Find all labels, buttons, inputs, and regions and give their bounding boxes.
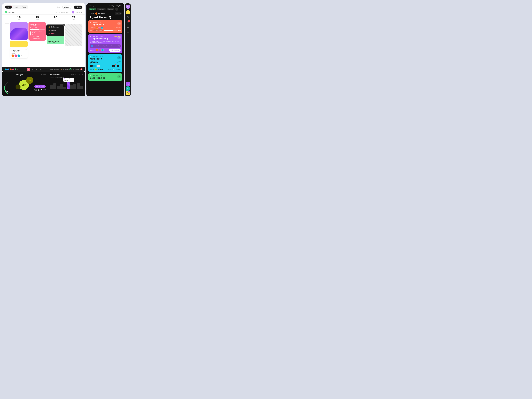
folder-btn[interactable]: [126, 30, 130, 34]
add-round-btn[interactable]: +: [126, 10, 130, 14]
color-cyan[interactable]: [5, 69, 7, 70]
tab-table[interactable]: Table: [20, 6, 28, 8]
hexagon-btn[interactable]: [126, 34, 130, 38]
date-label: ☀ Today, 17 May 23 ▾: [109, 5, 122, 7]
ds-arrow[interactable]: ↗: [117, 22, 121, 25]
task-type-filter[interactable]: All Time ▾: [40, 74, 46, 76]
filter-training[interactable]: Training: [107, 8, 114, 10]
rp-share-btn[interactable]: ⟳ Share: [115, 12, 122, 15]
lp-arrow[interactable]: ↗: [117, 75, 121, 78]
filter-add-btn[interactable]: +: [115, 7, 118, 11]
activity-date[interactable]: 01.04.23 - 01.05.23 ▾: [71, 74, 83, 76]
chart-tooltip: Tasks Closed +23%: [63, 78, 74, 82]
archived-action[interactable]: 📦 Archieved 4: [61, 68, 71, 70]
day-col-21: [65, 21, 82, 67]
meet-link-left: M Google Meet meet.google.com/mzh-m...: [91, 45, 114, 47]
pencil-badge: 5: [128, 91, 130, 93]
context-close-btn[interactable]: ✕: [63, 24, 65, 26]
bar-9: [80, 86, 83, 89]
tasks-label-mr: Tasks: [117, 62, 120, 63]
color-pink[interactable]: [12, 69, 14, 70]
share-icon-rp: ⟳: [116, 13, 117, 14]
big-numbers: 19 81: [112, 64, 120, 68]
filter-copyright[interactable]: Copyright: [97, 8, 106, 10]
people-stat: People Tasks: [117, 61, 120, 63]
filter-design[interactable]: Design: [89, 8, 96, 10]
deleted-action[interactable]: 🗑 Deleted 2: [73, 68, 82, 70]
ds-prog-fill: [104, 30, 113, 31]
rotate-tool[interactable]: ↺: [39, 68, 42, 71]
sprint-review-card[interactable]: ••• Sprint Review 9:30 - 12:30 Completed…: [28, 22, 46, 41]
view-tabs: Card Block Table: [5, 5, 28, 9]
sun-icon: ☀: [109, 5, 110, 7]
notify-val: Comments: [115, 69, 120, 70]
layers-btn[interactable]: 2: [126, 20, 130, 24]
member-count: +3: [21, 55, 22, 57]
active-view-btn[interactable]: [126, 25, 130, 29]
add-image-action[interactable]: 🖼 Add Image: [50, 69, 59, 70]
dm-arrow[interactable]: ↗: [117, 36, 121, 39]
expand-icon[interactable]: ⊞: [81, 11, 82, 13]
layers-tool[interactable]: ⧉: [35, 68, 38, 71]
user-avatar-container: V: [126, 5, 130, 9]
bubble-chart: 72% 18% 10%: [16, 77, 33, 91]
pencil-yellow-btn[interactable]: ✎ 5: [126, 91, 130, 95]
ctx-deleted[interactable]: 🗑 Deleted: [47, 32, 63, 35]
bar-3: [57, 86, 60, 89]
check-2: ✓: [30, 34, 31, 35]
tasks-val: 81: [117, 64, 120, 68]
separator: |: [70, 11, 70, 13]
task-card-load-planning[interactable]: 🕐 Time: 18:20 - 19:16 Load Planning ↗: [88, 73, 122, 81]
pencil-red-btn[interactable]: ✎: [126, 82, 130, 86]
add-member-ds[interactable]: +: [103, 27, 104, 28]
ctx-archived[interactable]: 📦 Archieved: [47, 29, 63, 32]
tooltip-dot: [64, 78, 65, 79]
add-member-icon[interactable]: +: [23, 55, 24, 57]
color-green[interactable]: [15, 69, 16, 70]
user-avatar: F: [72, 11, 74, 13]
card-menu-icon[interactable]: •••: [25, 49, 27, 51]
toolbar-right: Show: 1 Weeks ▾ ⟳ Share: [57, 6, 82, 9]
task-type-header: Task Type All Time ▾: [16, 74, 46, 76]
task-card-make-report[interactable]: 🕐 Time: 17:00 - 18:00 Make Report ↗ Two …: [88, 54, 122, 72]
weeks-selector[interactable]: 1 Weeks ▾: [62, 6, 72, 9]
task-cards-scroll[interactable]: 🕐 Time: 9:00 - 13:00 Design System ↗ Mem…: [86, 20, 124, 96]
sprint-menu-icon[interactable]: •••: [43, 23, 45, 25]
arc-chart-panel: 5%: [2, 72, 13, 96]
pencil-teal-btn[interactable]: ✎: [126, 86, 130, 91]
warning-icon: ⚠: [41, 31, 42, 32]
member-2: B: [14, 54, 17, 57]
dm-title: Designers Meeting: [90, 38, 120, 40]
activity-panel: Your Activity 01.04.23 - 01.05.23 ▾ Sele…: [48, 72, 85, 96]
add-color-btn[interactable]: +: [17, 68, 18, 70]
learn-more-btn[interactable]: Learn More →: [34, 85, 46, 88]
mr-arrow[interactable]: ↗: [117, 56, 121, 59]
pie-chart-btn[interactable]: [126, 15, 130, 19]
tab-block[interactable]: Block: [13, 6, 20, 8]
color-blue[interactable]: [7, 69, 9, 70]
dm-bottom: Members: A B C +3 Join Meeting: [90, 49, 120, 52]
chevron-icon: ▾: [121, 5, 122, 7]
tab-card[interactable]: Card: [5, 6, 13, 8]
color-orange[interactable]: [10, 69, 12, 70]
ds-pct: 67%: [118, 30, 120, 31]
color-palette: +: [5, 68, 18, 70]
tasks-type-label: Tasks Type: [89, 5, 95, 7]
checklist-item-3: UI/UX Design: [30, 36, 44, 37]
task-card-designers-meeting[interactable]: 🕐 Time: 14:30 - 16:10 ● Important Design…: [88, 34, 122, 53]
team-info: My Team: Flentesy®: [89, 13, 105, 15]
copy-icon[interactable]: ⎘: [118, 45, 120, 47]
pencil-tool[interactable]: ✎: [27, 68, 30, 71]
bar-6: [70, 85, 73, 89]
toggle-switch[interactable]: [97, 65, 100, 67]
share-button[interactable]: ⟳ Share: [74, 6, 82, 9]
design-meet-card[interactable]: ••• Design Meet 10:30 - 14:20 Members: A…: [10, 48, 28, 58]
join-meeting-btn[interactable]: Join Meeting: [109, 49, 120, 52]
task-card-design-system[interactable]: 🕐 Time: 9:00 - 13:00 Design System ↗ Mem…: [88, 20, 122, 33]
dm-member-1: A: [96, 49, 98, 51]
trash-icon-bottom: 🗑: [73, 69, 75, 70]
ctx-set-reminder[interactable]: 🔔 Set Reminder: [47, 25, 63, 29]
grid-tool[interactable]: ⊞: [31, 68, 34, 71]
report-avatar: J: [95, 68, 97, 71]
layers-badge: 2: [128, 20, 130, 22]
